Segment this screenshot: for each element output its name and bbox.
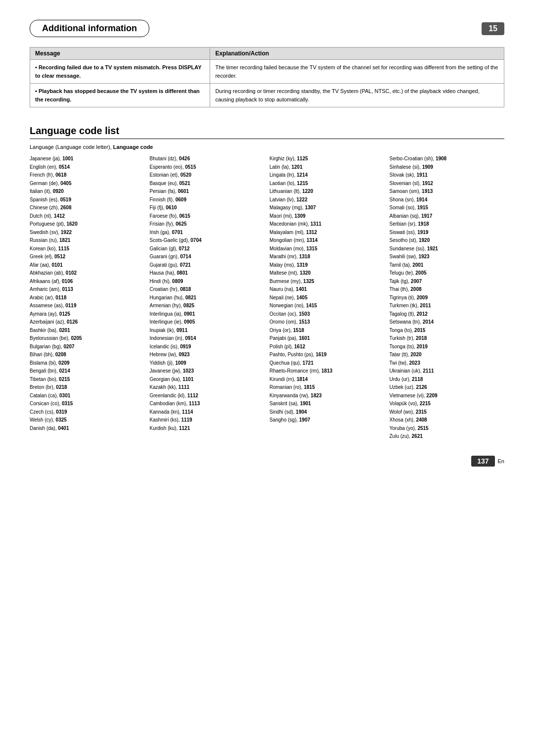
list-item: Zulu (zu), 2621 [390,432,505,441]
list-item: Slovenian (sl), 1912 [390,180,505,188]
list-item: Rhaeto-Romance (rm), 1813 [269,367,385,376]
list-item: Quechua (qu), 1721 [269,359,385,368]
list-item: Interlingua (ia), 0901 [150,310,265,319]
list-item: Italian (it), 0920 [30,188,145,196]
list-item: Tibetan (bo), 0215 [30,376,145,384]
list-item: Cambodian (km), 1113 [150,400,265,408]
list-item: Bengali (bn), 0214 [30,367,145,376]
list-item: Sangho (sg), 1907 [269,416,385,425]
header-page-number: 15 [482,22,504,35]
list-item: Afar (aa), 0101 [30,261,145,270]
list-item: Sinhalese (si), 1909 [390,163,505,172]
lang-intro-bold: Language code [113,144,153,150]
list-item: Latin (la), 1201 [269,163,385,172]
list-item: Oromo (om), 1513 [269,318,385,327]
list-item: Hausa (ha), 0801 [150,269,265,278]
list-item: Armenian (hy), 0825 [150,302,265,310]
list-item: Bislama (bi), 0209 [30,359,145,368]
list-item: Telugu (te), 2005 [390,269,505,278]
list-item: Lithuanian (lt), 1220 [269,188,385,196]
list-item: Danish (da), 0401 [30,425,145,433]
list-item: Afrikaans (af), 0106 [30,278,145,286]
list-item: Kannada (kn), 1114 [150,408,265,417]
list-item: Yoruba (yo), 2515 [390,425,505,433]
list-item: Japanese (ja), 1001 [30,155,145,163]
list-item: Catalan (ca), 0301 [30,392,145,400]
list-item: Swahili (sw), 1923 [390,253,505,261]
list-item: Kashmiri (ks), 1119 [150,416,265,425]
list-item: Polish (pl), 1612 [269,343,385,351]
list-item: Thai (th), 2008 [390,285,505,294]
list-item: Twi (tw), 2023 [390,359,505,368]
list-item: Spanish (es), 0519 [30,196,145,204]
list-item: Turkmen (tk), 2011 [390,302,505,310]
list-item: Korean (ko), 1115 [30,245,145,253]
list-item: Moldavian (mo), 1315 [269,245,385,253]
list-item: Latvian (lv), 1222 [269,196,385,204]
list-item: Tatar (tt), 2020 [390,351,505,359]
list-item: Icelandic (is), 0919 [150,343,265,351]
list-item: Kirghiz (ky), 1125 [269,155,385,163]
list-item: Maltese (mt), 1320 [269,269,385,278]
list-item: Oriya (or), 1518 [269,327,385,335]
list-item: Lingala (ln), 1214 [269,171,385,180]
list-item: Burmese (my), 1325 [269,278,385,286]
list-item: Portuguese (pt), 1620 [30,220,145,229]
list-item: Marathi (mr), 1318 [269,253,385,261]
table-row: The timer recording failed because the T… [210,60,504,84]
list-item: Tajik (tg), 2007 [390,278,505,286]
list-item: Bashkir (ba), 0201 [30,327,145,335]
list-item: Xhosa (xh), 2408 [390,416,505,425]
list-item: Irish (ga), 0701 [150,229,265,237]
language-col4: Serbo-Croatian (sh), 1908Sinhalese (si),… [390,155,505,441]
list-item: Nauru (na), 1401 [269,285,385,294]
list-item: Amharic (am), 0113 [30,285,145,294]
list-item: Serbo-Croatian (sh), 1908 [390,155,505,163]
list-item: Sindhi (sd), 1904 [269,408,385,417]
list-item: Occitan (oc), 1503 [269,310,385,319]
list-item: Bulgarian (bg), 0207 [30,343,145,351]
list-item: Tamil (ta), 2001 [390,261,505,270]
list-item: Albanian (sq), 1917 [390,212,505,221]
list-item: Hebrew (iw), 0923 [150,351,265,359]
list-item: Faroese (fo), 0615 [150,212,265,221]
list-item: Hindi (hi), 0809 [150,278,265,286]
list-item: Malayalam (ml), 1312 [269,229,385,237]
list-item: Corsican (co), 0315 [30,400,145,408]
list-item: Panjabi (pa), 1601 [269,334,385,343]
list-item: Kirundi (rn), 1814 [269,376,385,384]
list-item: Fiji (fj), 0610 [150,204,265,212]
list-item: Dutch (nl), 1412 [30,212,145,221]
language-section-title: Language code list [30,125,504,139]
list-item: Volapük (vo), 2215 [390,400,505,408]
list-item: Swedish (sv), 1922 [30,229,145,237]
page-footer: 137 En [30,456,504,467]
list-item: Yiddish (ji), 1009 [150,359,265,368]
list-item: Basque (eu), 0521 [150,180,265,188]
list-item: Frisian (fy), 0625 [150,220,265,229]
list-item: Kinyarwanda (rw), 1823 [269,392,385,400]
list-item: Croatian (hr), 0818 [150,285,265,294]
table-row: During recording or timer recording stan… [210,84,504,107]
list-item: Tonga (to), 2015 [390,327,505,335]
page-header: Additional information 15 [30,20,504,37]
list-item: Romanian (ro), 1815 [269,383,385,392]
list-item: Malay (ms), 1319 [269,261,385,270]
list-item: Esperanto (eo), 0515 [150,163,265,172]
list-item: Arabic (ar), 0118 [30,294,145,302]
list-item: Somali (so), 1915 [390,204,505,212]
list-item: Tagalog (tl), 2012 [390,310,505,319]
list-item: Chinese (zh), 2608 [30,204,145,212]
list-item: Hungarian (hu), 0821 [150,294,265,302]
list-item: Sundanese (su), 1921 [390,245,505,253]
list-item: Mongolian (mn), 1314 [269,236,385,245]
list-item: Abkhazian (ab), 0102 [30,269,145,278]
col1-header: Message [30,47,210,60]
list-item: Siswati (ss), 1919 [390,229,505,237]
table-row: • Playback has stopped because the TV sy… [30,84,210,107]
list-item: Finnish (fi), 0609 [150,196,265,204]
list-item: Wolof (wo), 2315 [390,408,505,417]
list-item: Estonian (et), 0520 [150,171,265,180]
list-item: Persian (fa), 0601 [150,188,265,196]
list-item: Breton (br), 0218 [30,383,145,392]
